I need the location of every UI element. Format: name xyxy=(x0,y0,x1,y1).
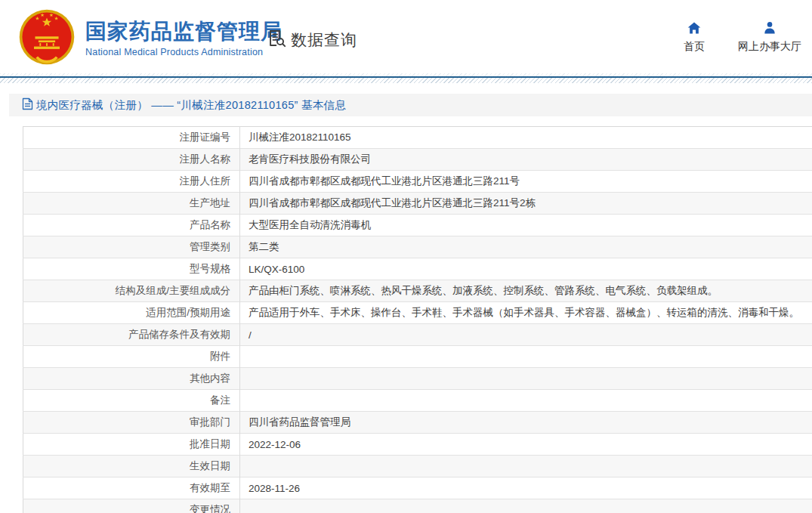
table-row: 生产地址四川省成都市郫都区成都现代工业港北片区港通北三路211号2栋 xyxy=(23,193,812,215)
site-logo[interactable]: 国家药品监督管理局 National Medical Products Admi… xyxy=(19,9,283,68)
row-label: 产品名称 xyxy=(23,215,240,236)
row-value: 2022-12-06 xyxy=(240,434,812,456)
table-row: 结构及组成/主要组成成分产品由柜门系统、喷淋系统、热风干燥系统、加液系统、控制系… xyxy=(23,280,812,302)
row-label: 产品储存条件及有效期 xyxy=(23,324,240,346)
table-row: 注册人住所四川省成都市郫都区成都现代工业港北片区港通北三路211号 xyxy=(23,171,812,193)
brand-subtitle: National Medical Products Administration xyxy=(85,47,283,57)
page-title: 境内医疗器械（注册） —— “川械注准20182110165” 基本信息 xyxy=(36,98,346,113)
table-row: 注册人名称老肯医疗科技股份有限公司 xyxy=(23,149,812,171)
table-row: 有效期至2028-11-26 xyxy=(23,477,812,499)
table-row: 产品储存条件及有效期/ xyxy=(23,324,812,346)
nav-item-service-hall[interactable]: 网上办事大厅 xyxy=(738,20,801,54)
row-value xyxy=(240,499,812,513)
row-label: 适用范围/预期用途 xyxy=(23,302,240,324)
user-icon xyxy=(762,20,777,36)
row-label: 其他内容 xyxy=(23,368,240,390)
row-value: / xyxy=(240,324,812,346)
row-value: 老肯医疗科技股份有限公司 xyxy=(240,149,812,171)
row-value xyxy=(240,456,812,477)
brand-title: 国家药品监督管理局 xyxy=(85,20,283,44)
row-value xyxy=(240,390,812,412)
row-label: 型号规格 xyxy=(23,258,240,280)
table-row: 型号规格LK/QX-6100 xyxy=(23,258,812,280)
table-row: 审批部门四川省药品监督管理局 xyxy=(23,412,812,434)
document-icon xyxy=(22,97,33,113)
row-value: 2028-11-26 xyxy=(240,477,812,499)
row-label: 批准日期 xyxy=(23,434,240,456)
table-row: 注册证编号川械注准20182110165 xyxy=(23,127,812,149)
row-label: 结构及组成/主要组成成分 xyxy=(23,280,240,302)
row-label: 附件 xyxy=(23,346,240,368)
table-row: 附件 xyxy=(23,346,812,368)
row-value: 产品适用于外车、手术床、操作台、手术鞋、手术器械（如手术器具、手术容器、器械盒）… xyxy=(240,302,812,324)
table-row: 生效日期 xyxy=(23,456,812,477)
row-value: 第二类 xyxy=(240,236,812,258)
row-label: 备注 xyxy=(23,390,240,412)
row-label: 管理类别 xyxy=(23,236,240,258)
row-value: 四川省成都市郫都区成都现代工业港北片区港通北三路211号2栋 xyxy=(240,193,812,215)
row-value: 四川省成都市郫都区成都现代工业港北片区港通北三路211号 xyxy=(240,171,812,193)
site-header: 国家药品监督管理局 National Medical Products Admi… xyxy=(0,0,812,73)
home-icon xyxy=(687,20,702,36)
table-row: 管理类别第二类 xyxy=(23,236,812,258)
table-row: 批准日期2022-12-06 xyxy=(23,434,812,456)
data-query-entry[interactable]: 数据查询 xyxy=(267,28,357,51)
page-title-bar: 境内医疗器械（注册） —— “川械注准20182110165” 基本信息 xyxy=(9,94,812,116)
document-search-icon xyxy=(267,28,287,51)
header-divider xyxy=(0,73,812,83)
brand-text: 国家药品监督管理局 National Medical Products Admi… xyxy=(85,20,283,57)
row-value: 四川省药品监督管理局 xyxy=(240,412,812,434)
row-value: 大型医用全自动清洗消毒机 xyxy=(240,215,812,236)
nav-item-home[interactable]: 首页 xyxy=(684,20,705,54)
row-label: 审批部门 xyxy=(23,412,240,434)
row-value: 产品由柜门系统、喷淋系统、热风干燥系统、加液系统、控制系统、管路系统、电气系统、… xyxy=(240,280,812,302)
row-label: 注册人住所 xyxy=(23,171,240,193)
table-row: 适用范围/预期用途产品适用于外车、手术床、操作台、手术鞋、手术器械（如手术器具、… xyxy=(23,302,812,324)
nav-item-home-label: 首页 xyxy=(684,40,705,54)
table-row: 产品名称大型医用全自动清洗消毒机 xyxy=(23,215,812,236)
row-label: 生效日期 xyxy=(23,456,240,477)
nav-item-service-hall-label: 网上办事大厅 xyxy=(738,40,801,54)
row-value xyxy=(240,346,812,368)
row-label: 生产地址 xyxy=(23,193,240,215)
row-label: 有效期至 xyxy=(23,477,240,499)
china-national-emblem-icon xyxy=(19,9,75,68)
row-value: 川械注准20182110165 xyxy=(240,127,812,149)
top-nav: 首页 网上办事大厅 xyxy=(650,20,801,54)
data-query-label: 数据查询 xyxy=(291,29,357,51)
registration-info-table: 注册证编号川械注准20182110165注册人名称老肯医疗科技股份有限公司注册人… xyxy=(23,126,812,513)
table-row: 备注 xyxy=(23,390,812,412)
table-row: 其他内容 xyxy=(23,368,812,390)
row-value xyxy=(240,368,812,390)
row-label: 注册人名称 xyxy=(23,149,240,171)
table-row: 变更情况 xyxy=(23,499,812,513)
row-label: 注册证编号 xyxy=(23,127,240,149)
row-label: 变更情况 xyxy=(23,499,240,513)
info-table-body: 注册证编号川械注准20182110165注册人名称老肯医疗科技股份有限公司注册人… xyxy=(23,127,812,513)
row-value: LK/QX-6100 xyxy=(240,258,812,280)
